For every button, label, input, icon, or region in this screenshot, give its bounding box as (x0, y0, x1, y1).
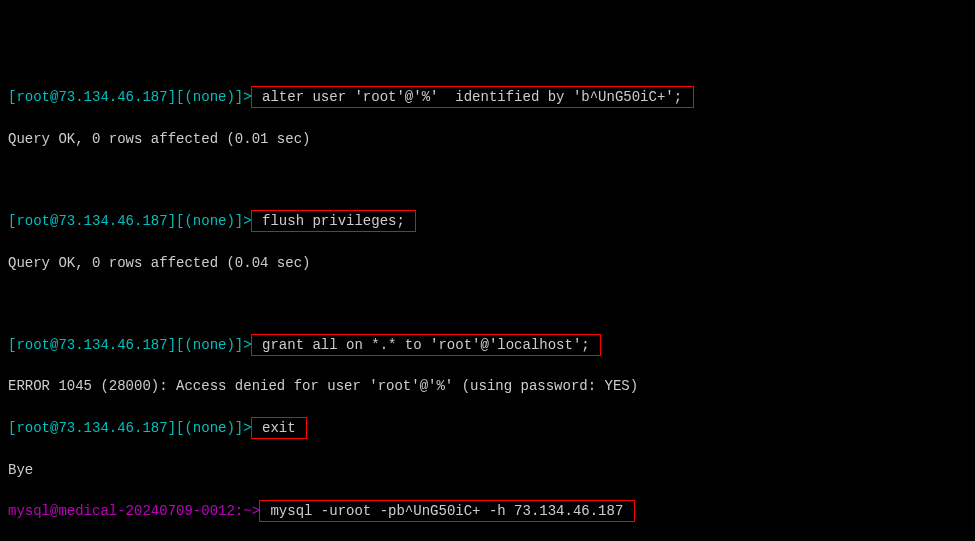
highlighted-command: exit (251, 417, 307, 439)
terminal-line: [root@73.134.46.187][(none)]> exit (8, 417, 967, 439)
highlighted-command: flush privileges; (251, 210, 417, 232)
mysql-prompt: [root@73.134.46.187][(none)]> (8, 89, 252, 105)
mysql-prompt: [root@73.134.46.187][(none)]> (8, 420, 252, 436)
terminal-output: Query OK, 0 rows affected (0.04 sec) (8, 253, 967, 273)
terminal-blank (8, 169, 967, 189)
terminal-output: Bye (8, 460, 967, 480)
terminal-line: [root@73.134.46.187][(none)]> flush priv… (8, 210, 967, 232)
terminal-line: [root@73.134.46.187][(none)]> alter user… (8, 86, 967, 108)
highlighted-command: mysql -uroot -pb^UnG50iC+ -h 73.134.46.1… (259, 500, 635, 522)
terminal-line: [root@73.134.46.187][(none)]> grant all … (8, 334, 967, 356)
highlighted-command: alter user 'root'@'%' identified by 'b^U… (251, 86, 694, 108)
terminal-blank (8, 293, 967, 313)
shell-prompt: mysql@medical-20240709-0012:~> (8, 503, 260, 519)
mysql-prompt: [root@73.134.46.187][(none)]> (8, 213, 252, 229)
terminal-output: Query OK, 0 rows affected (0.01 sec) (8, 129, 967, 149)
terminal-line: mysql@medical-20240709-0012:~> mysql -ur… (8, 500, 967, 522)
highlighted-command: grant all on *.* to 'root'@'localhost'; (251, 334, 601, 356)
terminal-output: ERROR 1045 (28000): Access denied for us… (8, 376, 967, 396)
mysql-prompt: [root@73.134.46.187][(none)]> (8, 337, 252, 353)
